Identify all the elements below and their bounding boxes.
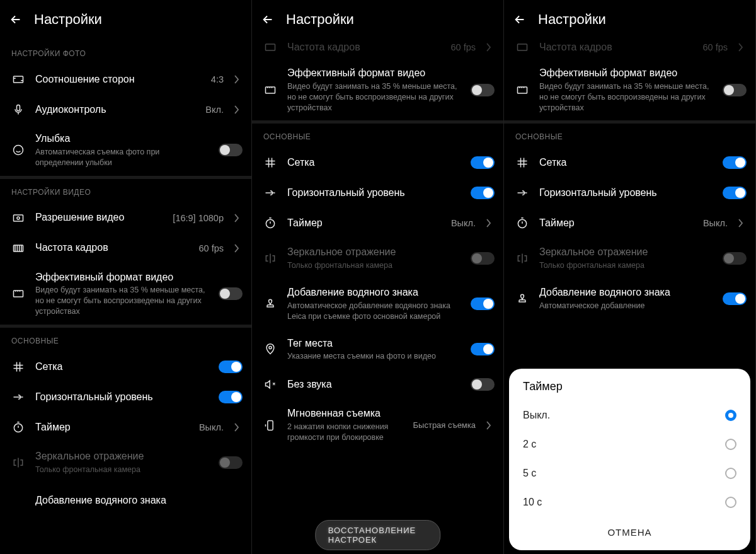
opt-label: 5 с: [523, 468, 536, 479]
timer-option-5s[interactable]: 5 с: [509, 459, 750, 488]
aspect-ratio-row[interactable]: Соотношение сторон 4:3: [0, 64, 251, 95]
back-icon[interactable]: [513, 13, 527, 26]
eff-label: Эффективный формат видео: [539, 67, 713, 80]
grid-icon: [263, 156, 277, 170]
opt-label: 2 с: [523, 439, 536, 450]
mute-toggle[interactable]: [471, 378, 495, 391]
grid-toggle[interactable]: [723, 156, 747, 169]
watermark-toggle[interactable]: [471, 297, 495, 310]
svg-rect-13: [518, 44, 527, 50]
timer-option-off[interactable]: Выкл.: [509, 401, 750, 430]
section-main: ОСНОВНЫЕ: [504, 124, 755, 147]
smile-toggle[interactable]: [219, 144, 243, 156]
timer-icon: [263, 216, 277, 230]
section-photo: НАСТРОЙКИ ФОТО: [0, 40, 251, 64]
page-title: Настройки: [538, 11, 606, 28]
instant-value: Быстрая съемка: [413, 420, 476, 430]
svg-point-4: [17, 216, 20, 219]
watermark-row[interactable]: Добавление водяного знака: [0, 483, 251, 513]
sheet-cancel-button[interactable]: ОТМЕНА: [509, 517, 750, 546]
svg-rect-1: [17, 105, 20, 111]
back-icon[interactable]: [261, 13, 275, 26]
radio-selected: [725, 410, 736, 421]
mirror-toggle: [471, 252, 495, 265]
svg-rect-9: [266, 87, 275, 93]
grid-row[interactable]: Сетка: [504, 147, 755, 178]
fps-value: 60 fps: [451, 42, 476, 52]
level-icon: [515, 186, 529, 200]
chevron-icon: [486, 421, 495, 430]
fps-row-cut: Частота кадров 60 fps: [504, 40, 755, 59]
grid-row[interactable]: Сетка: [252, 147, 503, 178]
stamp-icon: [11, 494, 25, 508]
eff-toggle[interactable]: [723, 84, 747, 96]
timer-row[interactable]: Таймер Выкл.: [252, 208, 503, 238]
instant-row[interactable]: Мгновенная съемка 2 нажатия кнопки сниже…: [252, 400, 503, 451]
chevron-icon: [234, 105, 243, 114]
timer-value: Выкл.: [451, 218, 476, 228]
level-row[interactable]: Горизонтальный уровень: [0, 382, 251, 412]
geotag-toggle[interactable]: [471, 343, 495, 355]
timer-icon: [515, 216, 529, 230]
mute-row[interactable]: Без звука: [252, 369, 503, 400]
mirror-sub: Только фронтальная камера: [35, 465, 209, 475]
eff-toggle[interactable]: [471, 84, 495, 96]
audio-label: Аудиоконтроль: [35, 103, 195, 117]
chevron-icon: [738, 43, 747, 52]
audio-control-row[interactable]: Аудиоконтроль Вкл.: [0, 95, 251, 125]
grid-label: Сетка: [539, 156, 713, 170]
watermark-row[interactable]: Добавление водяного знака Автоматическое…: [252, 279, 503, 330]
timer-option-2s[interactable]: 2 с: [509, 430, 750, 459]
chevron-icon: [234, 214, 243, 222]
fps-row[interactable]: Частота кадров 60 fps: [0, 233, 251, 263]
chevron-icon: [234, 423, 243, 432]
efficient-video-row[interactable]: Эффективный формат видео Видео будут зан…: [252, 59, 503, 120]
timer-row[interactable]: Таймер Выкл.: [0, 412, 251, 442]
opt-label: 10 с: [523, 497, 542, 508]
svg-point-7: [14, 424, 22, 432]
chevron-icon: [234, 75, 243, 84]
fps-icon: [11, 241, 25, 255]
eff-toggle[interactable]: [219, 287, 243, 300]
grid-toggle[interactable]: [471, 156, 495, 169]
mirror-row: Зеркальное отражение Только фронтальная …: [504, 238, 755, 279]
reset-button[interactable]: ВОССТАНОВЛЕНИЕ НАСТРОЕК: [315, 520, 441, 550]
grid-toggle[interactable]: [219, 361, 243, 373]
svg-rect-3: [14, 215, 23, 221]
level-row[interactable]: Горизонтальный уровень: [252, 178, 503, 208]
location-icon: [263, 342, 277, 356]
watermark-row[interactable]: Добавление водяного знака Автоматическое…: [504, 279, 755, 319]
level-toggle[interactable]: [723, 187, 747, 199]
watermark-toggle[interactable]: [723, 292, 747, 305]
settings-panel-3: Настройки Частота кадров 60 fps Эффектив…: [504, 0, 756, 554]
level-toggle[interactable]: [471, 187, 495, 199]
stamp-icon: [263, 297, 277, 311]
eff-sub: Видео будут занимать на 35 % меньше мест…: [539, 81, 713, 113]
radio: [725, 497, 736, 508]
grid-icon: [515, 156, 529, 170]
mirror-label: Зеркальное отражение: [287, 246, 461, 259]
fps-icon: [515, 40, 529, 54]
level-toggle[interactable]: [219, 391, 243, 403]
svg-point-11: [269, 347, 272, 349]
level-label: Горизонтальный уровень: [35, 391, 209, 404]
timer-option-10s[interactable]: 10 с: [509, 488, 750, 517]
grid-row[interactable]: Сетка: [0, 352, 251, 382]
smile-icon: [11, 143, 25, 157]
film-icon: [263, 83, 277, 97]
geotag-row[interactable]: Тег места Указание места съемки на фото …: [252, 330, 503, 370]
efficient-video-row[interactable]: Эффективный формат видео Видео будут зан…: [504, 59, 755, 120]
mute-icon: [263, 378, 277, 391]
timer-row[interactable]: Таймер Выкл.: [504, 208, 755, 238]
resolution-row[interactable]: Разрешение видео [16:9] 1080p: [0, 203, 251, 233]
mirror-row: Зеркальное отражение Только фронтальная …: [252, 238, 503, 279]
smile-row[interactable]: Улыбка Автоматическая съемка фото при оп…: [0, 125, 251, 176]
level-row[interactable]: Горизонтальный уровень: [504, 178, 755, 208]
efficient-video-row[interactable]: Эффективный формат видео Видео будут зан…: [0, 263, 251, 325]
header: Настройки: [0, 0, 251, 40]
fps-row-cut: Частота кадров 60 fps: [252, 40, 503, 59]
svg-rect-12: [268, 420, 273, 430]
stamp-icon: [515, 292, 529, 306]
audio-value: Вкл.: [205, 105, 224, 115]
back-icon[interactable]: [9, 13, 23, 26]
